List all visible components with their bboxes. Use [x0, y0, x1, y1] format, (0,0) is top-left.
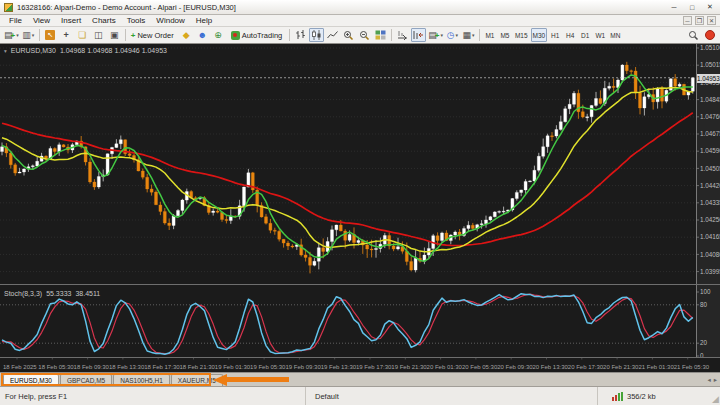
resize-grip-icon[interactable]: ◢: [712, 395, 719, 404]
autotrading-button[interactable]: AutoTrading: [227, 28, 287, 42]
alert-icon: [705, 30, 715, 40]
new-order-button[interactable]: +New Order: [129, 28, 178, 42]
line-chart-type-button[interactable]: [325, 28, 340, 42]
expert-advisors-button[interactable]: ◆: [179, 28, 194, 42]
line-chart-icon: [327, 30, 338, 40]
new-order-icon: +: [131, 31, 136, 40]
templates-icon: ▦: [462, 30, 471, 40]
expert-advisors-icon: ◆: [183, 30, 190, 40]
new-order-label: New Order: [137, 31, 173, 40]
menu-file[interactable]: File: [4, 15, 27, 26]
bar-chart-type-button[interactable]: [293, 28, 308, 42]
menu-charts[interactable]: Charts: [87, 15, 121, 26]
timeframe-h1-button[interactable]: H1: [548, 28, 562, 42]
status-traffic: 356/2 kb: [627, 392, 656, 401]
menu-help[interactable]: Help: [191, 15, 217, 26]
tab-xaueur-m5[interactable]: XAUEUR,M5: [171, 374, 223, 386]
caret-down-icon: ▾: [32, 33, 35, 38]
standard-toolbar: ▤+▾ ▥▾ ↖ + ❏ ◫ ▣ +New Order ◆ ☻ ⊕ AutoTr…: [0, 27, 720, 44]
child-minimize-button[interactable]: ─: [683, 16, 692, 25]
auto-scroll-button[interactable]: [395, 28, 410, 42]
plus-icon: +: [11, 31, 16, 40]
tab-gbpcad-m5[interactable]: GBPCAD,M5: [60, 374, 112, 386]
connection-icon: [612, 392, 623, 401]
crosshair-icon: +: [64, 30, 69, 40]
caret-down-icon: ▾: [16, 33, 19, 38]
new-chart-button[interactable]: ▤+▾: [3, 28, 20, 42]
templates-button[interactable]: ▦▾: [461, 28, 476, 42]
timeframe-d1-button[interactable]: D1: [578, 28, 592, 42]
child-restore-button[interactable]: ❐: [695, 16, 704, 25]
plus-icon: +: [435, 31, 440, 40]
indicators-button[interactable]: ▤+▾: [427, 28, 444, 42]
timeframe-mn-button[interactable]: MN: [608, 28, 622, 42]
candlestick-type-button[interactable]: [309, 28, 324, 42]
timeframe-m15-button[interactable]: M15: [513, 28, 530, 42]
autotrading-label: AutoTrading: [242, 31, 283, 40]
caret-down-icon: ▾: [456, 33, 459, 38]
navigator-button[interactable]: ▣: [107, 28, 122, 42]
chart-window: 1.051001.050151.049301.048451.047601.046…: [0, 44, 720, 372]
cursor-icon: ↖: [45, 30, 55, 40]
tile-windows-button[interactable]: [373, 28, 388, 42]
zoom-out-button[interactable]: [357, 28, 372, 42]
web-icon: ⊕: [214, 30, 222, 40]
timeframe-m5-button[interactable]: M5: [498, 28, 512, 42]
status-help-text: For Help, press F1: [0, 387, 306, 405]
tab-eurusd-m30[interactable]: EURUSD,M30: [3, 374, 59, 386]
zoom-in-icon: [343, 30, 354, 41]
close-button[interactable]: ✕: [704, 3, 716, 11]
tile-windows-icon: [375, 30, 386, 40]
chart-tab-bar: EURUSD,M30 GBPCAD,M5 NAS100H5,H1 XAUEUR,…: [0, 372, 720, 386]
data-window-icon: ◫: [94, 30, 103, 40]
terminal-icon: ☻: [197, 30, 206, 40]
cycle-chart-button[interactable]: ❏: [75, 28, 90, 42]
price-axis[interactable]: [697, 44, 720, 357]
panel-divider[interactable]: [0, 282, 696, 287]
menu-tools[interactable]: Tools: [122, 15, 151, 26]
chart-canvas[interactable]: 1.051001.050151.049301.048451.047601.046…: [0, 44, 720, 372]
timeframe-m1-button[interactable]: M1: [483, 28, 497, 42]
terminal-button[interactable]: ☻: [195, 28, 210, 42]
mt4-window: 16328166: Alpari-Demo - Demo Account - A…: [0, 0, 720, 405]
tab-scroll-left-icon[interactable]: ◂: [707, 376, 710, 384]
chart-shift-icon: [413, 30, 424, 40]
zoom-out-icon: [359, 30, 370, 41]
search-icon: [688, 30, 699, 41]
search-button[interactable]: [686, 28, 701, 42]
tab-scroll-right-icon[interactable]: ▸: [714, 376, 717, 384]
autotrading-icon: [231, 31, 240, 40]
crosshair-button[interactable]: +: [59, 28, 74, 42]
profiles-icon: ▥: [22, 30, 31, 40]
time-axis[interactable]: [0, 358, 696, 372]
chart-shift-button[interactable]: [411, 28, 426, 42]
caret-down-icon: ▾: [472, 33, 475, 38]
bar-chart-icon: [295, 30, 306, 40]
timeframe-w1-button[interactable]: W1: [593, 28, 607, 42]
periods-button[interactable]: ◷▾: [445, 28, 460, 42]
auto-scroll-icon: [397, 30, 408, 40]
zoom-in-button[interactable]: [341, 28, 356, 42]
menu-insert[interactable]: Insert: [56, 15, 86, 26]
profiles-button[interactable]: ▥▾: [21, 28, 36, 42]
data-window-button[interactable]: ◫: [91, 28, 106, 42]
menu-view[interactable]: View: [28, 15, 55, 26]
title-bar: 16328166: Alpari-Demo - Demo Account - A…: [0, 0, 720, 15]
menu-window[interactable]: Window: [151, 15, 189, 26]
clock-icon: ◷: [447, 30, 455, 40]
window-title: 16328166: Alpari-Demo - Demo Account - A…: [17, 3, 664, 12]
cursor-button[interactable]: ↖: [43, 28, 58, 42]
minimize-button[interactable]: ─: [668, 4, 680, 11]
maximize-button[interactable]: □: [686, 4, 698, 11]
web-button[interactable]: ⊕: [211, 28, 226, 42]
timeframe-h4-button[interactable]: H4: [563, 28, 577, 42]
notifications-button[interactable]: [702, 28, 717, 42]
status-profile[interactable]: Default: [306, 387, 598, 405]
navigator-icon: ▣: [110, 30, 119, 40]
app-icon: [4, 3, 13, 12]
timeframe-m30-button[interactable]: M30: [531, 28, 548, 42]
cycle-icon: ❏: [78, 30, 86, 40]
menu-bar: File View Insert Charts Tools Window Hel…: [0, 15, 720, 27]
child-close-button[interactable]: ✕: [707, 16, 716, 25]
tab-nas100h5-h1[interactable]: NAS100H5,H1: [113, 374, 170, 386]
